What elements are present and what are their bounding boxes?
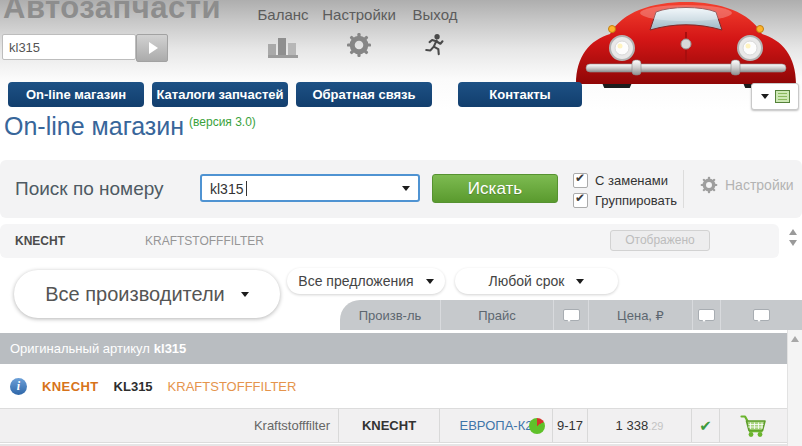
column-price[interactable]: Цена, ₽ bbox=[588, 300, 692, 330]
menu-balance-label: Баланс bbox=[251, 6, 315, 23]
menu-exit-label: Выход bbox=[405, 6, 465, 23]
divider bbox=[683, 170, 684, 208]
list-view-icon bbox=[775, 90, 790, 103]
in-stock-check-icon bbox=[699, 417, 712, 435]
part-row: KNECHT KL315 KRAFTSTOFFFILTER bbox=[0, 364, 787, 408]
comment-icon bbox=[563, 309, 580, 321]
chevron-down-icon bbox=[761, 94, 769, 99]
checkbox-checked-icon[interactable] bbox=[573, 173, 588, 188]
offer-row: Kraftstofffilter KNECHT ЕВРОПА-К2 9-17 1… bbox=[0, 408, 787, 443]
result-brand: KNECHT bbox=[15, 234, 65, 248]
result-part-name: KRAFTSTOFFFILTER bbox=[145, 234, 264, 248]
comment-icon bbox=[698, 309, 715, 321]
comment-icon bbox=[753, 309, 770, 321]
quick-search-input[interactable] bbox=[2, 34, 136, 60]
replacements-checkbox-label: С заменами bbox=[595, 173, 668, 188]
search-button[interactable]: Искать bbox=[432, 174, 558, 203]
table-header: Произв-ль Прайс Цена, ₽ bbox=[340, 300, 802, 330]
offer-price-main: 1 338 bbox=[616, 418, 649, 433]
exit-runner-icon bbox=[425, 32, 445, 58]
scroll-down-icon[interactable] bbox=[789, 240, 797, 246]
offer-price-cents: .29 bbox=[648, 420, 663, 432]
part-number-combobox[interactable]: kl315 bbox=[200, 174, 420, 202]
term-dropdown[interactable]: Любой срок bbox=[455, 268, 618, 294]
offer-manufacturer: KNECHT bbox=[339, 409, 440, 442]
offer-description: Kraftstofffilter bbox=[0, 409, 339, 442]
group-row-original-article[interactable]: Оригинальный артикулkl315 bbox=[0, 333, 787, 364]
result-group-band[interactable]: KNECHT KRAFTSTOFFFILTER Отображено bbox=[0, 224, 779, 258]
menu-settings[interactable]: Настройки bbox=[317, 6, 401, 58]
text-cursor bbox=[246, 181, 247, 196]
displayed-status-button[interactable]: Отображено bbox=[610, 230, 710, 251]
scroll-up-icon[interactable] bbox=[791, 336, 799, 342]
page-title-text: On-line магазин bbox=[4, 112, 184, 140]
grouping-checkbox-row[interactable]: Группировать bbox=[573, 191, 677, 209]
column-comment[interactable] bbox=[692, 300, 720, 330]
offers-dropdown-label: Все предложения bbox=[298, 273, 413, 289]
search-panel: Поиск по номеру kl315 Искать С заменами … bbox=[0, 160, 802, 218]
table-scrollbar[interactable] bbox=[787, 330, 802, 446]
menu-settings-label: Настройки bbox=[317, 6, 401, 23]
offer-price-cell: 1 338.29 bbox=[588, 409, 692, 442]
search-options: С заменами Группировать bbox=[573, 171, 677, 211]
nav-parts-catalogs[interactable]: Каталоги запчастей bbox=[152, 82, 288, 107]
offer-pricelist-link[interactable]: ЕВРОПА-К2 bbox=[460, 418, 533, 433]
page-header: Автозапчасти Баланс Настройки bbox=[0, 0, 802, 110]
search-by-number-label: Поиск по номеру bbox=[15, 178, 164, 200]
search-settings-label: Настройки bbox=[725, 177, 794, 193]
grouping-checkbox-label: Группировать bbox=[595, 193, 677, 208]
chevron-down-icon bbox=[241, 292, 249, 297]
offers-dropdown[interactable]: Все предложения bbox=[287, 268, 445, 294]
gear-icon bbox=[700, 176, 718, 194]
nav-feedback[interactable]: Обратная связь bbox=[296, 82, 432, 107]
offer-available-cell bbox=[692, 409, 720, 442]
nav-contacts[interactable]: Контакты bbox=[458, 82, 582, 107]
replacements-checkbox-row[interactable]: С заменами bbox=[573, 171, 677, 189]
view-mode-widget[interactable] bbox=[751, 83, 799, 110]
version-label: (версия 3.0) bbox=[189, 115, 256, 129]
search-settings-button[interactable]: Настройки bbox=[700, 176, 794, 194]
column-manufacturer[interactable]: Произв-ль bbox=[340, 300, 440, 330]
menu-balance[interactable]: Баланс bbox=[251, 6, 315, 58]
column-comment[interactable] bbox=[553, 300, 588, 330]
add-to-cart-button[interactable] bbox=[720, 409, 786, 442]
column-pricelist[interactable]: Прайс bbox=[440, 300, 553, 330]
scroll-up-icon[interactable] bbox=[789, 229, 797, 235]
manufacturers-dropdown[interactable]: Все производители bbox=[14, 270, 280, 318]
chevron-down-icon bbox=[576, 279, 584, 284]
play-arrow-icon bbox=[149, 42, 158, 54]
part-brand[interactable]: KNECHT bbox=[42, 379, 99, 394]
part-name: KRAFTSTOFFFILTER bbox=[168, 379, 297, 394]
group-row-article: kl315 bbox=[154, 341, 187, 356]
offer-term: 9-17 bbox=[553, 409, 588, 442]
gear-icon bbox=[346, 32, 372, 58]
part-number-value: kl315 bbox=[210, 181, 243, 197]
chevron-down-icon bbox=[426, 279, 434, 284]
logo: Автозапчасти bbox=[3, 0, 221, 26]
term-dropdown-label: Любой срок bbox=[489, 273, 565, 289]
band-spinner bbox=[787, 229, 799, 246]
group-row-prefix: Оригинальный артикул bbox=[10, 341, 150, 356]
car-image bbox=[570, 0, 802, 88]
bar-chart-icon bbox=[268, 38, 298, 58]
page-title: On-line магазин(версия 3.0) bbox=[4, 112, 256, 141]
nav-online-shop[interactable]: On-line магазин bbox=[8, 82, 144, 107]
quick-search-go-button[interactable] bbox=[136, 34, 168, 62]
checkbox-checked-icon[interactable] bbox=[573, 193, 588, 208]
manufacturers-dropdown-label: Все производители bbox=[45, 283, 225, 306]
info-icon[interactable] bbox=[10, 378, 27, 395]
availability-pie-icon bbox=[529, 418, 545, 434]
chevron-down-icon[interactable] bbox=[402, 186, 410, 191]
menu-exit[interactable]: Выход bbox=[405, 6, 465, 58]
offer-pricelist-cell: ЕВРОПА-К2 bbox=[440, 409, 553, 442]
add-to-cart-icon bbox=[740, 414, 767, 438]
column-comment[interactable] bbox=[720, 300, 802, 330]
part-article: KL315 bbox=[114, 379, 153, 394]
